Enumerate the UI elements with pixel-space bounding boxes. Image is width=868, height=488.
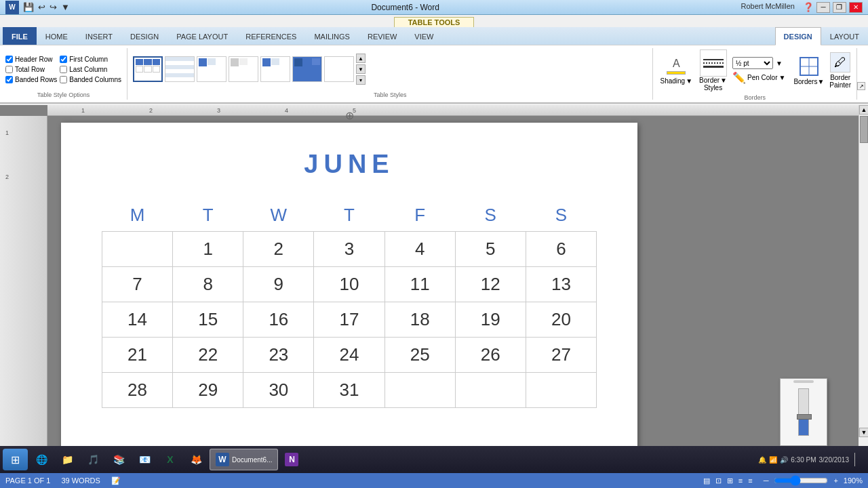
table-move-handle[interactable]: ⊕ — [345, 109, 354, 122]
ts-scroll-btns[interactable]: ▲ ▼ ▾ — [356, 54, 366, 85]
borders-launcher[interactable]: ↗ — [857, 48, 868, 100]
calendar-cell-3-2[interactable]: 23 — [243, 338, 314, 373]
calendar-cell-2-5[interactable]: 19 — [455, 302, 526, 338]
calendar-cell-3-4[interactable]: 25 — [384, 338, 455, 373]
undo-quick[interactable]: ↩ — [38, 2, 45, 12]
calendar-cell-3-5[interactable]: 26 — [455, 338, 526, 373]
calendar-cell-4-1[interactable]: 29 — [173, 373, 243, 408]
shading-button[interactable]: A Shading ▼ — [658, 56, 694, 86]
tab-table-design[interactable]: DESIGN — [775, 27, 821, 45]
ts-style-4[interactable] — [229, 56, 258, 82]
border-styles-dropdown[interactable]: ▼ — [720, 77, 727, 84]
calendar-cell-0-4[interactable]: 4 — [384, 232, 455, 267]
calendar-cell-3-6[interactable]: 27 — [526, 338, 596, 373]
calendar-cell-2-3[interactable]: 17 — [314, 302, 384, 338]
volume-widget[interactable] — [780, 378, 827, 446]
border-painter-button[interactable]: 🖊 BorderPainter — [829, 52, 851, 89]
onenote-taskbar[interactable]: N — [279, 449, 304, 470]
calendar-cell-3-1[interactable]: 22 — [173, 338, 243, 373]
ie-taskbar[interactable]: 🌐 — [29, 449, 54, 470]
firefox-taskbar[interactable]: 🦊 — [184, 449, 208, 470]
banded-cols-checkbox[interactable] — [60, 76, 67, 83]
calendar-cell-1-3[interactable]: 10 — [314, 267, 384, 302]
calendar-cell-4-4[interactable] — [384, 373, 455, 408]
total-row-checkbox[interactable] — [5, 66, 13, 73]
calendar-cell-1-2[interactable]: 9 — [243, 267, 314, 302]
calendar-cell-2-2[interactable]: 16 — [243, 302, 314, 338]
ts-style-6[interactable] — [292, 56, 322, 82]
scroll-thumb[interactable] — [860, 116, 868, 143]
word-taskbar[interactable]: W Document6... — [210, 449, 278, 470]
calendar-cell-4-3[interactable]: 31 — [314, 373, 384, 408]
scroll-up-button[interactable]: ▲ — [859, 105, 868, 115]
customize-quick[interactable]: ▼ — [61, 2, 70, 12]
close-button[interactable]: ✕ — [849, 2, 863, 13]
calendar-cell-3-0[interactable]: 21 — [102, 338, 173, 373]
tab-file[interactable]: FILE — [3, 27, 37, 45]
tab-design-main[interactable]: DESIGN — [121, 27, 167, 45]
calendar-cell-4-5[interactable] — [455, 373, 526, 408]
pen-width-select[interactable]: ½ pt ¼ pt ¾ pt 1 pt 1½ pt 2¼ pt 3 pt — [732, 57, 773, 69]
calendar-cell-4-0[interactable]: 28 — [102, 373, 173, 408]
view-mode-draft[interactable]: ≡ — [748, 476, 752, 485]
ts-style-1[interactable] — [133, 56, 163, 82]
view-mode-print[interactable]: ▤ — [703, 476, 710, 485]
ts-style-2[interactable] — [165, 56, 195, 82]
start-button[interactable]: ⊞ — [3, 449, 28, 470]
calendar-cell-0-1[interactable]: 1 — [173, 232, 243, 267]
tab-review[interactable]: REVIEW — [359, 27, 406, 45]
calendar-cell-4-2[interactable]: 30 — [243, 373, 314, 408]
save-quick[interactable]: 💾 — [23, 2, 34, 12]
view-mode-full[interactable]: ⊡ — [715, 476, 722, 485]
tab-view[interactable]: VIEW — [406, 27, 442, 45]
ts-scroll-down[interactable]: ▼ — [356, 64, 366, 74]
borders-button[interactable]: Borders ▼ — [793, 56, 824, 85]
ts-style-3[interactable] — [197, 56, 226, 82]
view-mode-web[interactable]: ⊞ — [727, 476, 733, 485]
ts-style-7[interactable] — [324, 56, 354, 82]
restore-button[interactable]: ❐ — [833, 2, 846, 13]
outlook-taskbar[interactable]: 📧 — [132, 449, 157, 470]
calendar-cell-1-1[interactable]: 8 — [173, 267, 243, 302]
pen-color-dropdown[interactable]: ▼ — [778, 74, 785, 81]
calendar-cell-4-6[interactable] — [526, 373, 596, 408]
calendar-cell-1-6[interactable]: 13 — [526, 267, 596, 302]
calendar-cell-2-6[interactable]: 20 — [526, 302, 596, 338]
calendar-cell-3-3[interactable]: 24 — [314, 338, 384, 373]
view-mode-outline[interactable]: ≡ — [738, 476, 743, 485]
ts-style-5[interactable] — [260, 56, 290, 82]
tab-mailings[interactable]: MAILINGS — [305, 27, 359, 45]
border-styles-button[interactable]: Border ▼ Styles — [699, 49, 727, 92]
ts-scroll-up[interactable]: ▲ — [356, 54, 366, 63]
help-icon[interactable]: ❓ — [803, 2, 814, 13]
tab-home[interactable]: HOME — [37, 27, 77, 45]
library-taskbar[interactable]: 📚 — [106, 449, 131, 470]
calendar-cell-2-0[interactable]: 14 — [102, 302, 173, 338]
tab-table-layout[interactable]: LAYOUT — [821, 27, 868, 45]
vertical-scrollbar[interactable]: ▲ ▼ — [859, 105, 868, 437]
tab-page-layout[interactable]: PAGE LAYOUT — [167, 27, 237, 45]
calendar-cell-0-5[interactable]: 5 — [455, 232, 526, 267]
media-taskbar[interactable]: 🎵 — [81, 449, 105, 470]
redo-quick[interactable]: ↪ — [50, 2, 57, 12]
zoom-out-button[interactable]: ─ — [764, 476, 769, 485]
volume-thumb[interactable] — [797, 414, 812, 420]
ts-more[interactable]: ▾ — [356, 75, 366, 85]
zoom-in-button[interactable]: + — [833, 476, 837, 485]
calendar-cell-2-4[interactable]: 18 — [384, 302, 455, 338]
first-col-checkbox[interactable] — [60, 56, 67, 63]
banded-rows-checkbox[interactable] — [5, 76, 13, 83]
show-desktop-button[interactable] — [854, 453, 860, 466]
tab-insert[interactable]: INSERT — [77, 27, 121, 45]
zoom-slider[interactable] — [774, 477, 828, 484]
pen-width-dropdown[interactable]: ▼ — [776, 60, 783, 67]
last-col-checkbox[interactable] — [60, 66, 67, 73]
calendar-cell-0-2[interactable]: 2 — [243, 232, 314, 267]
folder-taskbar[interactable]: 📁 — [55, 449, 79, 470]
calendar-cell-0-0[interactable] — [102, 232, 173, 267]
header-row-checkbox[interactable] — [5, 56, 13, 63]
calendar-cell-0-3[interactable]: 3 — [314, 232, 384, 267]
excel-taskbar[interactable]: X — [158, 449, 182, 470]
pen-color-button[interactable]: ✏️ Pen Color ▼ — [732, 71, 785, 84]
minimize-button[interactable]: ─ — [816, 2, 830, 13]
